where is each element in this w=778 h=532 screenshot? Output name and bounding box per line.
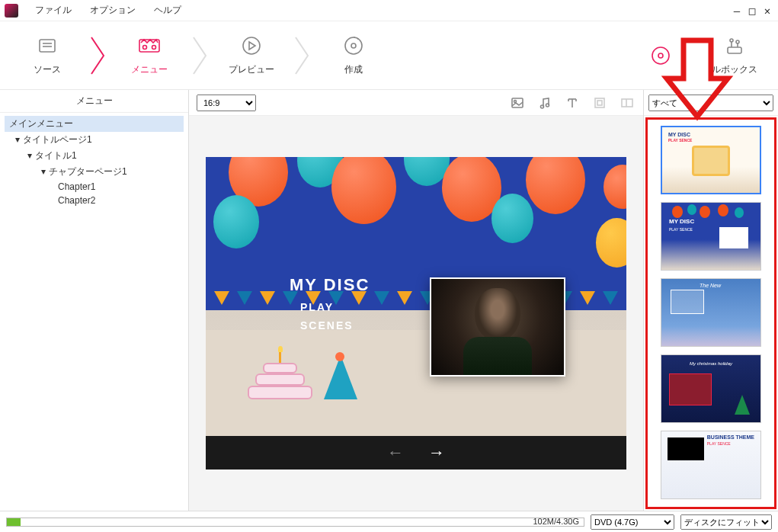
svg-marker-46 <box>603 291 618 305</box>
template-item[interactable]: MY DISCPLAY SENCE <box>661 126 761 194</box>
preview-canvas[interactable]: MY DISC PLAY SCENES <box>206 157 626 470</box>
templates-header: すべて <box>644 90 778 116</box>
next-arrow-icon[interactable]: → <box>428 443 445 463</box>
tree-item[interactable]: ▾タイトルページ1 <box>5 132 184 148</box>
disc-text-block[interactable]: MY DISC PLAY SCENES <box>290 275 370 332</box>
tree-item[interactable]: Chapter2 <box>5 194 184 207</box>
aspect-select[interactable]: 16:9 <box>197 95 256 111</box>
preview-icon <box>240 34 263 57</box>
video-thumbnail[interactable] <box>430 277 565 377</box>
step-burn[interactable]: 作成 <box>315 25 392 86</box>
tree-label: タイトルページ1 <box>23 134 92 145</box>
menu-help[interactable]: ヘルプ <box>145 4 190 17</box>
toolbox-2[interactable]: ルボックス <box>708 25 761 86</box>
step-toolbar: ソース メニュー プレビュー 作成 <box>0 21 778 90</box>
svg-marker-31 <box>260 291 275 305</box>
svg-point-6 <box>243 37 260 54</box>
step-source[interactable]: ソース <box>9 25 85 86</box>
svg-point-16 <box>736 40 739 43</box>
step-label: プレビュー <box>229 63 274 76</box>
close-button[interactable]: ✕ <box>761 5 773 17</box>
menu-file[interactable]: ファイル <box>26 4 81 17</box>
burn-icon <box>342 34 365 57</box>
tpl-title: MY DISC <box>668 132 690 137</box>
templates-filter-select[interactable]: すべて <box>648 95 773 111</box>
step-label: 作成 <box>344 63 363 76</box>
frame-icon[interactable] <box>591 95 608 111</box>
toolbox-1[interactable] <box>638 25 684 86</box>
tpl-title: BUSINESS THEME <box>707 434 754 440</box>
music-icon[interactable] <box>536 95 553 111</box>
svg-marker-45 <box>580 291 595 305</box>
main-area: メニュー メインメニュー ▾タイトルページ1 ▾タイトル1 ▾チャプターページ1… <box>0 90 778 511</box>
statusbar: 102M/4.30G DVD (4.7G) ディスクにフィット <box>0 511 778 532</box>
tree-item[interactable]: Chapter1 <box>5 180 184 194</box>
layout-icon[interactable] <box>619 95 636 111</box>
tpl-title: My christmas holiday <box>661 361 760 366</box>
svg-point-9 <box>351 43 356 48</box>
disc-fit-select[interactable]: ディスクにフィット <box>680 514 772 530</box>
sidebar: メニュー メインメニュー ▾タイトルページ1 ▾タイトル1 ▾チャプターページ1… <box>0 90 189 511</box>
preview-nav: ← → <box>206 436 626 470</box>
balloon-icon <box>491 194 533 243</box>
templates-list[interactable]: MY DISCPLAY SENCE MY DISC PLAY SENCE The… <box>645 117 776 509</box>
svg-rect-26 <box>597 101 602 105</box>
svg-point-11 <box>658 53 663 58</box>
chevron-icon <box>85 25 111 86</box>
disc-title: MY DISC <box>290 275 370 295</box>
template-item[interactable]: MY DISC PLAY SENCE <box>661 202 761 271</box>
chevron-icon <box>187 25 213 86</box>
disc-usage-text: 102M/4.30G <box>533 517 579 526</box>
step-label: ソース <box>34 63 61 76</box>
menu-option[interactable]: オプション <box>81 4 145 17</box>
disc-usage-bar: 102M/4.30G <box>6 518 584 527</box>
image-icon[interactable] <box>509 95 526 111</box>
minimize-button[interactable]: — <box>731 5 743 17</box>
svg-point-19 <box>541 105 544 108</box>
svg-point-4 <box>143 46 147 50</box>
toolbox-label: ルボックス <box>712 63 757 76</box>
preview-area: MY DISC PLAY SCENES <box>189 116 643 511</box>
svg-point-10 <box>652 47 669 64</box>
app-logo-icon <box>5 4 18 18</box>
svg-rect-0 <box>40 40 55 52</box>
sidebar-header: メニュー <box>0 90 188 113</box>
text-icon[interactable] <box>564 95 581 111</box>
disc-type-select[interactable]: DVD (4.7G) <box>591 514 674 530</box>
svg-point-8 <box>345 37 362 54</box>
svg-point-5 <box>152 46 156 50</box>
step-menu[interactable]: メニュー <box>111 25 187 86</box>
tpl-sub: PLAY SENCE <box>669 227 693 232</box>
maximize-button[interactable]: □ <box>746 5 758 17</box>
step-preview[interactable]: プレビュー <box>213 25 290 86</box>
svg-marker-7 <box>249 42 255 50</box>
tree-label: タイトル1 <box>35 150 77 161</box>
prev-arrow-icon[interactable]: ← <box>387 443 404 463</box>
disc-icon <box>649 44 672 67</box>
tree-root[interactable]: メインメニュー <box>5 116 184 132</box>
svg-marker-30 <box>237 291 252 305</box>
tree-item[interactable]: ▾チャプターページ1 <box>5 164 184 180</box>
svg-marker-29 <box>214 291 229 305</box>
template-item[interactable]: BUSINESS THEMEPLAY SENCE <box>661 431 761 499</box>
tpl-title: MY DISC <box>669 218 694 225</box>
template-item[interactable]: The New <box>661 278 761 347</box>
thumbnail-content-icon <box>475 288 520 341</box>
svg-point-15 <box>730 39 733 42</box>
right-tools: ルボックス <box>638 25 769 86</box>
window-controls: — □ ✕ <box>731 5 773 17</box>
templates-panel: すべて MY DISCPLAY SENCE MY DISC PLAY SENCE… <box>644 90 778 511</box>
svg-rect-27 <box>622 99 632 107</box>
template-item[interactable]: My christmas holiday <box>661 354 761 423</box>
tpl-title: The New <box>700 283 721 288</box>
svg-rect-25 <box>595 98 604 107</box>
tools-icon <box>723 34 746 57</box>
preview-toolbar: 16:9 <box>189 90 643 116</box>
tpl-sub: PLAY SENCE <box>668 138 692 143</box>
menu-icon <box>138 34 161 57</box>
chevron-icon <box>290 25 315 86</box>
balloon-icon <box>213 195 259 248</box>
disc-play: PLAY <box>290 301 370 313</box>
center-panel: 16:9 <box>189 90 644 511</box>
tree-item[interactable]: ▾タイトル1 <box>5 148 184 164</box>
